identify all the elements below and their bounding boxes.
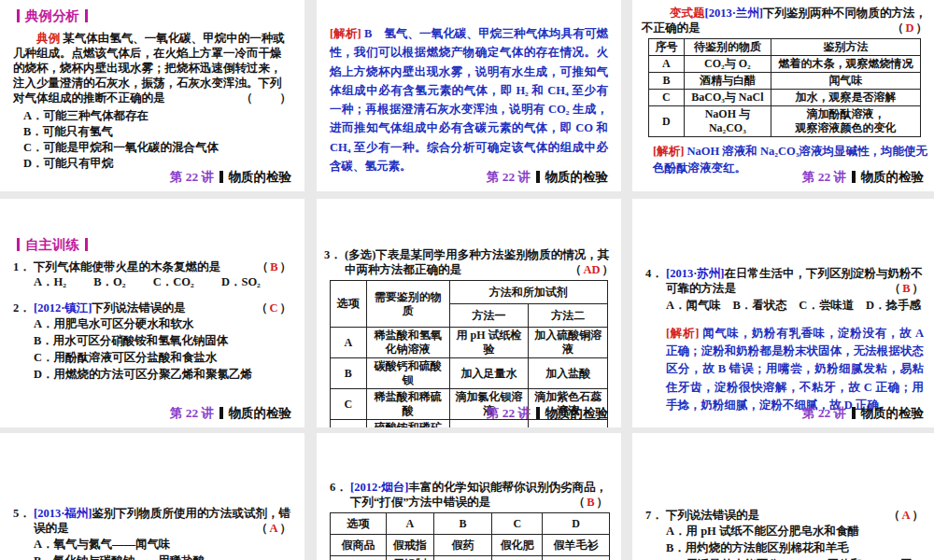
option-a: A．可能三种气体都存在	[13, 108, 291, 124]
options-inline: A．H₂ B．O₂ C．CO₂ D．SO₂	[34, 274, 261, 289]
option-d: D．SO₂	[221, 274, 261, 289]
option-b: B．氯化钠与碳酸钠——用稀盐酸	[34, 553, 291, 560]
analysis-tag: [解析]	[653, 145, 684, 158]
footer-separator-icon	[536, 171, 540, 183]
footer-separator-icon	[219, 407, 223, 419]
option-a: A．氧气与氮气——闻气味	[34, 536, 291, 553]
analysis-text: 氢气、一氧化碳、甲烷三种气体均具有可燃性，我们可以根据燃烧产物确定气体的存在情况…	[330, 27, 608, 173]
table-row: C BaCO₃与 NaCl 加水，观察是否溶解	[649, 90, 921, 106]
options-inline: A．闻气味 B．看状态 C．尝味道 D．捻手感	[666, 298, 924, 313]
answer-blank: （AD）	[570, 262, 614, 277]
answer-blank: （D）	[864, 21, 927, 35]
answer-blank: （B）	[889, 281, 924, 296]
slide-question-6[interactable]: 6． [2012·烟台]丰富的化学知识能帮你识别伪劣商品，下列“打假”方法中错误…	[317, 433, 621, 560]
option-b: B．O₂	[93, 274, 125, 289]
table-row: 假商品 假戒指 假药 假化肥 假羊毛衫	[331, 535, 610, 556]
footer-separator-icon	[852, 171, 856, 183]
question-number: 5．	[13, 506, 34, 560]
question-stem: [2012·镇江]下列说法错误的是 （C）	[34, 301, 291, 315]
answer-blank: （B）	[573, 495, 608, 510]
option-c: C．CO₂	[153, 274, 194, 289]
slide-grid-page: { "ui": { "paren_open": "（", "paren_clos…	[0, 0, 934, 560]
table-row: 用铝制作 用 BaCO₃ 用氯化	[331, 556, 610, 560]
answer-blank: （ ）	[218, 91, 291, 105]
question-stem: 下列气体能使带火星的木条复燃的是 （B）	[34, 259, 291, 274]
footer-separator-icon	[219, 171, 223, 183]
question-number: 3．	[324, 247, 345, 277]
slide-question-7[interactable]: 7． 下列说法错误的是 （A） A．用 pH 试纸不能区分肥皂水和食醋 B．用灼…	[632, 433, 934, 560]
slide-question-4[interactable]: 4． [2013·苏州]在日常生活中，下列区别淀粉与奶粉不可靠的方法是 （B） …	[632, 199, 934, 427]
analysis-tag: [解析]	[666, 327, 699, 340]
section-bar-icon	[85, 9, 88, 22]
question-4: 4． [2013·苏州]在日常生活中，下列区别淀粉与奶粉不可靠的方法是 （B） …	[645, 266, 924, 427]
question-number: 1．	[13, 259, 34, 289]
question-source: [2013·苏州]	[666, 267, 725, 280]
question-stem: 典例 某气体由氢气、一氧化碳、甲烷中的一种或几种组成。点燃该气体后，在火焰上方罩…	[13, 31, 291, 105]
slide-self-training[interactable]: 自主训练 1． 下列气体能使带火星的木条复燃的是 （B） A．H₂ B．O₂ C…	[0, 199, 304, 427]
analysis-paragraph: [解析] 闻气味，奶粉有乳香味，淀粉没有，故 A 正确；淀粉和奶粉都是粉末状固体…	[666, 325, 924, 415]
question-source: [2013·兰州]	[705, 7, 764, 20]
slide-footer: 第 22 讲 物质的检验	[170, 405, 291, 421]
lecture-number: 第 22 讲	[487, 405, 531, 421]
question-3: 3． (多选)下表是某同学用多种方法鉴别物质的情况，其中两种方法都正确的是 （A…	[324, 247, 614, 277]
slide-question-5[interactable]: 5． [2013·福州]鉴别下列物质所使用的方法或试剂，错误的是 （A） A．氧…	[0, 433, 304, 560]
question-source: [2013·福州]	[34, 507, 92, 520]
option-c: C．可能是甲烷和一氧化碳的混合气体	[13, 140, 291, 156]
fake-goods-table: 选项 A B C D 假商品 假戒指 假药 假化肥 假羊毛衫 用铝制作 用 Ba…	[330, 512, 610, 560]
slide-footer: 第 22 讲 物质的检验	[802, 405, 924, 421]
option-a: A．H₂	[34, 274, 66, 289]
slide-example-solution[interactable]: [解析] B 氢气、一氧化碳、甲烷三种气体均具有可燃性，我们可以根据燃烧产物确定…	[317, 0, 621, 191]
option-c: C．用适量的水能区分 NH₄NO₃ 固体和 NaOH 固体	[666, 556, 924, 560]
section-header: 自主训练	[17, 236, 291, 254]
question-7: 7． 下列说法错误的是 （A） A．用 pH 试纸不能区分肥皂水和食醋 B．用灼…	[645, 508, 924, 560]
section-title: 典例分析	[25, 7, 79, 25]
question-number: 4．	[645, 266, 666, 427]
option-d: D．用燃烧的方法可区分聚乙烯和聚氯乙烯	[34, 366, 291, 383]
lecture-title: 物质的检验	[861, 405, 925, 421]
answer-blank: （A）	[888, 508, 924, 523]
question-6: 6． [2012·烟台]丰富的化学知识能帮你识别伪劣商品，下列“打假”方法中错误…	[330, 480, 608, 510]
lecture-number: 第 22 讲	[487, 169, 531, 185]
table-row: B 碳酸钙和硫酸钡 加入足量水 加入盐酸	[331, 358, 608, 389]
lecture-title: 物质的检验	[229, 169, 292, 185]
lecture-title: 物质的检验	[545, 169, 609, 185]
answer-blank: （C）	[256, 301, 291, 315]
identification-methods-table: 序号 待鉴别的物质 鉴别方法 A CO₂与 O₂ 燃着的木条，观察燃烧情况 B …	[648, 38, 921, 137]
multi-select-tag: (多选)	[345, 248, 375, 261]
footer-separator-icon	[536, 407, 540, 419]
analysis-tag: [解析]	[330, 27, 361, 40]
slide-footer: 第 22 讲 物质的检验	[170, 169, 291, 185]
question-2: 2． [2012·镇江]下列说法错误的是 （C） A．用肥皂水可区分硬水和软水 …	[13, 301, 291, 384]
answer-blank: （B）	[257, 259, 291, 274]
section-bar-icon	[17, 238, 20, 251]
analysis-paragraph: [解析] B 氢气、一氧化碳、甲烷三种气体均具有可燃性，我们可以根据燃烧产物确定…	[330, 24, 608, 175]
table-row: B 酒精与白醋 闻气味	[649, 73, 921, 90]
question-number: 2．	[13, 301, 34, 384]
question-stem: [2013·福州]鉴别下列物质所使用的方法或试剂，错误的是 （A）	[34, 506, 291, 536]
question-source: [2012·烟台]	[350, 481, 409, 494]
lecture-title: 物质的检验	[545, 405, 609, 421]
variant-label: 变式题	[670, 7, 705, 20]
slide-variant-question[interactable]: 变式题[2013·兰州]下列鉴别两种不同物质的方法，不正确的是 （D） 序号 待…	[632, 0, 934, 191]
option-b: B．可能只有氢气	[13, 124, 291, 140]
option-a: A．用肥皂水可区分硬水和软水	[34, 315, 291, 332]
table-row: A 稀盐酸和氢氧化钠溶液 用 pH 试纸检验 加入硫酸铜溶液	[331, 328, 608, 358]
slide-footer: 第 22 讲 物质的检验	[802, 169, 924, 185]
slide-question-3[interactable]: 3． (多选)下表是某同学用多种方法鉴别物质的情况，其中两种方法都正确的是 （A…	[317, 199, 621, 427]
slide-example-analysis[interactable]: 典例分析 典例 某气体由氢气、一氧化碳、甲烷中的一种或几种组成。点燃该气体后，在…	[0, 0, 304, 191]
question-stem: (多选)下表是某同学用多种方法鉴别物质的情况，其中两种方法都正确的是 （AD）	[345, 247, 614, 277]
lecture-title: 物质的检验	[229, 405, 292, 421]
section-bar-icon	[85, 238, 88, 251]
question-1: 1． 下列气体能使带火星的木条复燃的是 （B） A．H₂ B．O₂ C．CO₂ …	[13, 259, 291, 289]
option-a: A．用 pH 试纸不能区分肥皂水和食醋	[666, 523, 924, 539]
example-label: 典例	[36, 32, 60, 45]
section-title: 自主训练	[25, 236, 79, 254]
question-number: 6．	[330, 480, 350, 510]
question-stem: [2012·烟台]丰富的化学知识能帮你识别伪劣商品，下列“打假”方法中错误的是 …	[350, 480, 608, 510]
slide-footer: 第 22 讲 物质的检验	[487, 169, 608, 185]
question-stem: 变式题[2013·兰州]下列鉴别两种不同物质的方法，不正确的是 （D）	[642, 6, 927, 35]
footer-separator-icon	[852, 407, 856, 419]
answer-blank: （A）	[256, 521, 291, 536]
table-row: A CO₂与 O₂ 燃着的木条，观察燃烧情况	[649, 56, 921, 73]
question-stem: 下列说法错误的是 （A）	[666, 508, 924, 523]
